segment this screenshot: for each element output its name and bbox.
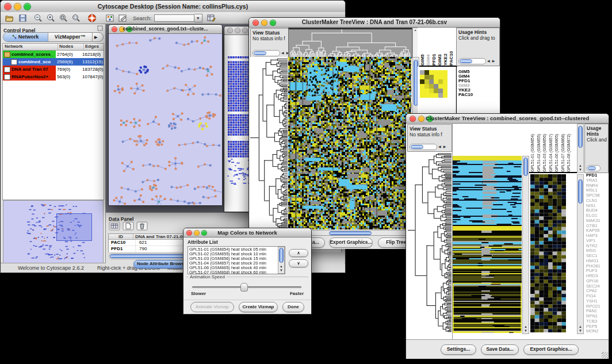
treeview1-summary-matrix[interactable] [420, 70, 447, 98]
matrix-cell[interactable] [438, 84, 443, 89]
view-status-scrollbar[interactable]: ◀▶ [253, 50, 290, 56]
matrix-cell[interactable] [424, 70, 429, 75]
matrix-cell[interactable] [429, 75, 434, 79]
matrix-cell[interactable] [424, 89, 429, 93]
open-file-icon[interactable] [5, 14, 14, 22]
matrix-cell[interactable] [424, 93, 429, 98]
network-overview-panel[interactable] [3, 200, 104, 265]
settings-button[interactable]: Settings... [441, 344, 476, 355]
matrix-cell[interactable] [443, 93, 447, 98]
dialog-titlebar[interactable]: Map Colors to Network [183, 228, 311, 237]
matrix-cell[interactable] [438, 75, 443, 79]
treeview2-labels-vscrollbar[interactable]: ▲▼ [577, 124, 584, 173]
tab-overflow-button[interactable]: ▶ [92, 33, 103, 41]
zoom-out-icon[interactable] [34, 14, 43, 22]
matrix-cell[interactable] [443, 70, 447, 75]
view-status-scrollbar[interactable]: ◀▶ [410, 144, 447, 150]
treeview1-gene-dendrogram[interactable] [250, 57, 288, 229]
resize-grip[interactable] [602, 352, 608, 358]
done-button[interactable]: Done [282, 302, 304, 312]
matrix-cell[interactable] [438, 70, 443, 75]
matrix-cell[interactable] [420, 89, 424, 93]
network-table-row[interactable]: RNAPuberNov2+563(0)107847(0) [3, 73, 104, 81]
network-table-row[interactable]: DNA and Tran 07769(0)183728(0) [3, 66, 104, 73]
matrix-cell[interactable] [429, 84, 434, 89]
move-up-button[interactable]: ∧ [289, 249, 308, 257]
save-data-button[interactable]: Save Data... [481, 344, 519, 355]
matrix-cell[interactable] [434, 79, 438, 84]
network-table-row[interactable]: combined_scores_2764(0)16218(0) [3, 51, 104, 58]
matrix-cell[interactable] [420, 70, 424, 75]
treeview2-gene-dendrogram[interactable] [407, 152, 452, 334]
attribute-list-item[interactable]: GPL51-07 (GSM868) heat shock 60 min [189, 270, 285, 274]
table-edit-icon[interactable] [207, 14, 216, 22]
usage-hints-scrollbar[interactable]: ◀▶ [458, 58, 496, 64]
close-button[interactable] [227, 28, 233, 33]
gene-list-item[interactable]: MON2 [585, 329, 608, 334]
export-graphics-button[interactable]: Export Graphics... [329, 237, 373, 248]
matrix-cell[interactable] [434, 75, 438, 79]
tab-network[interactable]: Network [3, 33, 48, 41]
zoom-in-icon[interactable] [47, 14, 55, 22]
zoom-window-button[interactable] [242, 28, 248, 33]
attribute-list-vscrollbar[interactable]: ▲▼ [278, 247, 285, 274]
matrix-cell[interactable] [438, 89, 443, 93]
tab-vizmapper[interactable]: VizMapper™ [48, 33, 93, 41]
matrix-cell[interactable] [424, 79, 429, 84]
vizmap-nodes-icon[interactable] [106, 14, 114, 22]
speed-slider-thumb[interactable] [240, 283, 248, 292]
matrix-cell[interactable] [420, 79, 424, 84]
usage-hints-scrollbar[interactable] [587, 165, 600, 171]
search-input[interactable] [154, 14, 194, 22]
matrix-cell[interactable] [434, 70, 438, 75]
attribute-listbox[interactable]: GPL51-01 (GSM854) heat shock 05 minGPL51… [188, 246, 285, 274]
treeview1-array-dendrogram[interactable] [288, 28, 412, 58]
delete-attribute-trash-icon[interactable] [136, 221, 148, 231]
treeview2-gene-list[interactable]: PFD1YRA1RNR4MSL1SPC98CLN1NIS1BUD4ELG1MAK… [585, 173, 608, 335]
treeview1-heatmap[interactable] [288, 57, 411, 229]
zoom-fit-icon[interactable] [72, 14, 81, 22]
export-graphics-button[interactable]: Export Graphics... [523, 344, 579, 355]
matrix-cell[interactable] [443, 89, 447, 93]
matrix-cell[interactable] [434, 89, 438, 93]
network-table-header[interactable]: Network Nodes Edges [3, 44, 104, 51]
matrix-cell[interactable] [429, 93, 434, 98]
matrix-cell[interactable] [434, 84, 438, 89]
new-attribute-icon[interactable] [123, 221, 134, 231]
treeview2-heatmap[interactable] [453, 156, 522, 333]
matrix-cell[interactable] [420, 93, 424, 98]
move-down-button[interactable]: ∨ [289, 259, 308, 267]
zoom-selected-icon[interactable] [59, 14, 68, 22]
network-table-row[interactable]: combined_sco2569(6)13112(15) [3, 58, 104, 66]
search-dropdown-button[interactable]: ▼ [194, 14, 202, 22]
matrix-cell[interactable] [429, 70, 434, 75]
treeview2-heatmap-vscrollbar[interactable]: ▲▼ [522, 156, 529, 334]
float-panel-icon[interactable] [97, 25, 103, 31]
matrix-cell[interactable] [420, 75, 424, 79]
matrix-cell[interactable] [443, 84, 447, 89]
treeview2-zoom-vscrollbar[interactable]: ▲▼ [577, 174, 584, 334]
matrix-cell[interactable] [429, 89, 434, 93]
matrix-cell[interactable] [438, 79, 443, 84]
treeview1-titlebar[interactable]: ClusterMaker TreeView : DNA and Tran 07-… [249, 18, 500, 28]
matrix-cell[interactable] [424, 84, 429, 89]
save-icon[interactable] [19, 14, 26, 22]
node-attribute-browser-button[interactable]: Node Attribute Brows [133, 260, 188, 269]
matrix-cell[interactable] [438, 93, 443, 98]
matrix-cell[interactable] [443, 79, 447, 84]
matrix-cell[interactable] [429, 79, 434, 84]
network-graph-canvas[interactable] [109, 34, 221, 205]
attribute-table-icon[interactable] [109, 221, 120, 231]
network-overview-canvas[interactable] [3, 201, 103, 263]
help-lifesaver-icon[interactable] [87, 14, 97, 22]
minimize-button[interactable] [235, 28, 240, 33]
network-window-titlebar[interactable]: combined_scores_good.txt--cluste... [109, 25, 222, 34]
main-titlebar[interactable]: Cytoscape Desktop (Session Name: collins… [1, 1, 345, 13]
animate-vizmap-button[interactable]: Animate Vizmap [190, 302, 234, 312]
treeview2-titlebar[interactable]: ClusterMaker TreeView : combined_scores_… [406, 114, 609, 124]
matrix-cell[interactable] [420, 84, 424, 89]
matrix-cell[interactable] [434, 93, 438, 98]
create-vizmap-button[interactable]: Create Vizmap [239, 302, 278, 312]
matrix-cell[interactable] [443, 75, 447, 79]
matrix-cell[interactable] [424, 75, 429, 79]
